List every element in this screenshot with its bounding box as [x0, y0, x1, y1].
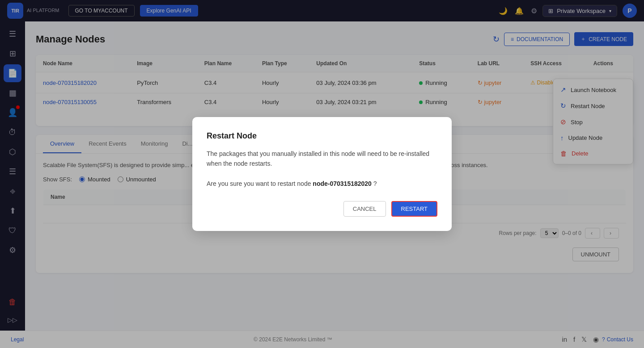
modal-body-line2: Are you sure you want to restart node no…: [207, 179, 437, 189]
modal-title: Restart Node: [207, 131, 437, 141]
modal-node-name: node-070315182020: [313, 180, 372, 187]
restart-button[interactable]: RESTART: [391, 201, 437, 217]
modal-body-line1: The packages that you manually installed…: [207, 149, 437, 169]
restart-node-modal: Restart Node The packages that you manua…: [192, 117, 452, 231]
modal-body: The packages that you manually installed…: [207, 149, 437, 189]
cancel-button[interactable]: CANCEL: [343, 201, 386, 217]
modal-actions: CANCEL RESTART: [207, 201, 437, 217]
modal-overlay: Restart Node The packages that you manua…: [0, 0, 644, 348]
